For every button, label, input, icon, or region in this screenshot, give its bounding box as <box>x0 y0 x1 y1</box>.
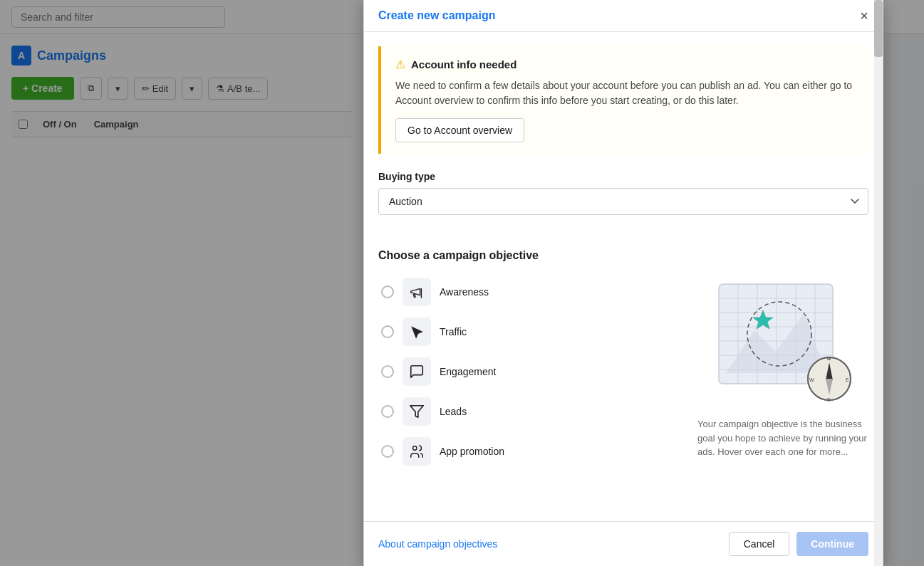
svg-text:E: E <box>846 377 849 382</box>
modal-body[interactable]: ⚠ Account info needed We need to confirm… <box>364 32 883 521</box>
alert-box: ⚠ Account info needed We need to confirm… <box>378 46 868 154</box>
alert-body: We need to confirm a few details about y… <box>395 78 854 108</box>
awareness-icon-box <box>403 278 431 306</box>
illustration-description: Your campaign objective is the business … <box>697 417 868 459</box>
radio-app-promotion[interactable] <box>381 445 394 458</box>
objectives-title: Choose a campaign objective <box>378 249 868 262</box>
people-icon <box>409 444 425 459</box>
warning-icon: ⚠ <box>395 58 405 71</box>
radio-awareness[interactable] <box>381 285 394 298</box>
close-button[interactable]: × <box>860 9 868 23</box>
engagement-label: Engagement <box>440 366 496 377</box>
objectives-layout: Awareness Traffic <box>378 273 868 470</box>
app-promotion-label: App promotion <box>440 446 504 457</box>
app-promotion-icon-box <box>403 437 431 466</box>
alert-title: Account info needed <box>411 58 516 70</box>
svg-text:N: N <box>827 356 831 361</box>
radio-engagement[interactable] <box>381 365 394 378</box>
cancel-button[interactable]: Cancel <box>729 532 790 556</box>
radio-leads[interactable] <box>381 405 394 418</box>
modal-title: Create new campaign <box>378 9 496 22</box>
buying-type-dropdown[interactable]: Auction Reservation <box>378 188 868 215</box>
engagement-icon-box <box>403 357 431 386</box>
buying-type-label: Buying type <box>378 171 868 182</box>
scrollbar-thumb[interactable] <box>874 0 883 57</box>
modal-footer: About campaign objectives Cancel Continu… <box>364 521 883 566</box>
objective-leads[interactable]: Leads <box>378 393 683 430</box>
objective-traffic[interactable]: Traffic <box>378 313 683 350</box>
campaign-illustration: N S E W <box>705 273 861 409</box>
objectives-section: Choose a campaign objective Awarenes <box>378 249 868 470</box>
leads-icon-box <box>403 397 431 426</box>
awareness-label: Awareness <box>440 286 489 298</box>
objective-app-promotion[interactable]: App promotion <box>378 433 683 470</box>
footer-buttons: Cancel Continue <box>729 532 868 556</box>
buying-type-section: Buying type Auction Reservation <box>378 171 868 232</box>
alert-header: ⚠ Account info needed <box>395 58 854 71</box>
chat-icon <box>409 364 425 379</box>
leads-label: Leads <box>440 406 467 417</box>
continue-button[interactable]: Continue <box>796 532 868 556</box>
create-campaign-modal: Create new campaign × ⚠ Account info nee… <box>363 0 883 566</box>
about-objectives-link[interactable]: About campaign objectives <box>378 538 497 550</box>
traffic-label: Traffic <box>440 326 467 337</box>
objectives-list: Awareness Traffic <box>378 273 683 470</box>
account-overview-button[interactable]: Go to Account overview <box>395 118 524 142</box>
megaphone-icon <box>409 284 425 300</box>
modal-header: Create new campaign × <box>364 0 883 32</box>
radio-traffic[interactable] <box>381 325 394 338</box>
traffic-icon-box <box>403 318 431 346</box>
svg-marker-0 <box>410 406 423 418</box>
illustration-area: N S E W Your campaign objective is the b… <box>697 273 868 470</box>
svg-point-1 <box>413 446 417 451</box>
svg-text:W: W <box>809 377 814 382</box>
objective-engagement[interactable]: Engagement <box>378 353 683 390</box>
objective-awareness[interactable]: Awareness <box>378 273 683 310</box>
modal-scrollbar[interactable] <box>874 0 883 566</box>
svg-text:S: S <box>827 397 831 402</box>
funnel-icon <box>409 404 425 419</box>
cursor-icon <box>409 324 425 340</box>
